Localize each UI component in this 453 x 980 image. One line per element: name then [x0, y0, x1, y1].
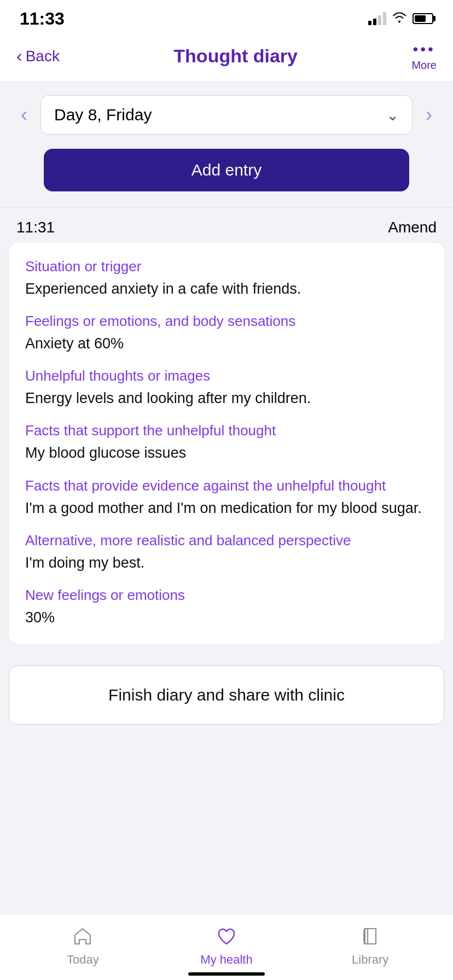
- field-thoughts-label: Unhelpful thoughts or images: [25, 368, 428, 384]
- back-button[interactable]: ‹ Back: [16, 46, 60, 66]
- finish-diary-button[interactable]: Finish diary and share with clinic: [9, 666, 444, 725]
- nav-item-today[interactable]: Today: [11, 923, 155, 967]
- field-facts-support-label: Facts that support the unhelpful thought: [25, 422, 428, 439]
- wifi-icon: [392, 11, 407, 26]
- field-alternative: Alternative, more realistic and balanced…: [25, 532, 428, 574]
- field-thoughts: Unhelpful thoughts or images Energy leve…: [25, 368, 428, 409]
- field-situation: Situation or trigger Experienced anxiety…: [25, 258, 428, 300]
- add-entry-area: Add entry: [0, 143, 453, 207]
- page-title: Thought diary: [173, 45, 298, 67]
- field-facts-against-value: I'm a good mother and I'm on medication …: [25, 498, 428, 519]
- back-label: Back: [26, 48, 60, 65]
- more-label: More: [411, 59, 437, 72]
- battery-icon: [413, 13, 433, 24]
- field-new-feelings-value: 30%: [25, 607, 428, 628]
- nav-today-label: Today: [67, 953, 99, 967]
- add-entry-button[interactable]: Add entry: [44, 149, 409, 191]
- entry-card: Situation or trigger Experienced anxiety…: [9, 243, 444, 644]
- more-dots-icon: •••: [413, 40, 435, 58]
- more-button[interactable]: ••• More: [411, 40, 437, 72]
- field-facts-support: Facts that support the unhelpful thought…: [25, 422, 428, 464]
- field-alternative-label: Alternative, more realistic and balanced…: [25, 532, 428, 549]
- bottom-nav: Today My health Library: [0, 914, 453, 980]
- nav-myhealth-label: My health: [200, 953, 252, 967]
- selected-day-label: Day 8, Friday: [54, 106, 152, 124]
- finish-area: Finish diary and share with clinic: [0, 660, 453, 736]
- field-facts-against-label: Facts that provide evidence against the …: [25, 477, 428, 494]
- signal-icon: [368, 12, 386, 25]
- status-icons: [368, 11, 433, 26]
- back-chevron-icon: ‹: [16, 46, 22, 66]
- next-day-button[interactable]: ›: [421, 101, 437, 129]
- nav-item-library[interactable]: Library: [298, 923, 442, 967]
- field-situation-label: Situation or trigger: [25, 258, 428, 275]
- spacer: [0, 644, 453, 660]
- field-new-feelings: New feelings or emotions 30%: [25, 587, 428, 628]
- day-dropdown[interactable]: Day 8, Friday ⌄: [40, 95, 413, 135]
- heart-icon: [213, 923, 240, 949]
- field-new-feelings-label: New feelings or emotions: [25, 587, 428, 604]
- entry-time: 11:31: [16, 219, 55, 236]
- status-bar: 11:33: [0, 0, 453, 33]
- field-feelings-label: Feelings or emotions, and body sensation…: [25, 313, 428, 330]
- nav-library-label: Library: [352, 953, 388, 967]
- prev-day-button[interactable]: ‹: [16, 101, 32, 129]
- book-icon: [357, 923, 384, 949]
- day-selector-area: ‹ Day 8, Friday ⌄ ›: [0, 82, 453, 143]
- field-thoughts-value: Energy levels and looking after my child…: [25, 388, 428, 409]
- field-facts-against: Facts that provide evidence against the …: [25, 477, 428, 519]
- nav-bar: ‹ Back Thought diary ••• More: [0, 33, 453, 82]
- field-feelings: Feelings or emotions, and body sensation…: [25, 313, 428, 354]
- home-icon: [69, 923, 96, 949]
- field-situation-value: Experienced anxiety in a cafe with frien…: [25, 278, 428, 300]
- status-time: 11:33: [20, 9, 65, 29]
- field-facts-support-value: My blood glucose issues: [25, 442, 428, 464]
- field-feelings-value: Anxiety at 60%: [25, 333, 428, 354]
- amend-button[interactable]: Amend: [388, 219, 437, 236]
- entry-header: 11:31 Amend: [0, 208, 453, 243]
- field-alternative-value: I'm doing my best.: [25, 552, 428, 574]
- home-indicator: [188, 972, 265, 976]
- dropdown-chevron-icon: ⌄: [386, 106, 399, 124]
- nav-item-myhealth[interactable]: My health: [155, 923, 299, 967]
